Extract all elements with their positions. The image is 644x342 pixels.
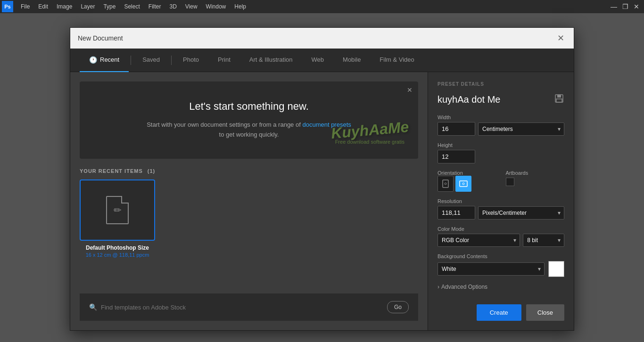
modal-footer: Create Close [438,297,564,321]
menu-edit[interactable]: Edit [34,1,52,12]
tab-saved[interactable]: Saved [133,49,169,72]
portrait-button[interactable] [438,176,454,192]
chevron-right-icon: › [438,284,439,290]
advanced-options[interactable]: › Advanced Options [438,284,564,290]
menu-select[interactable]: Select [120,1,143,12]
tab-film-video[interactable]: Film & Video [370,49,423,72]
artboards-label: Artboards [506,170,565,176]
save-icon [554,93,564,104]
welcome-area: ✕ Let's start something new. Start with … [80,81,418,159]
menu-bar: Ps File Edit Image Layer Type Select Fil… [0,0,644,13]
width-unit-dropdown-wrap: Centimeters Pixels Inches Millimeters Po… [478,122,564,136]
svg-rect-2 [556,99,562,102]
menu-help[interactable]: Help [231,1,250,12]
preset-section-label: PRESET DETAILS [438,81,564,87]
recent-item-name: Default Photoshop Size [80,244,155,251]
window-controls: — ❐ ✕ [610,3,640,10]
menu-3d[interactable]: 3D [165,1,180,12]
bg-contents-row: White Black Background Color Transparent… [438,261,564,277]
menu-type[interactable]: Type [99,1,119,12]
bg-contents-dropdown[interactable]: White Black Background Color Transparent… [438,262,545,276]
height-field: Height [438,142,564,163]
tab-recent[interactable]: 🕐 Recent [80,49,129,72]
svg-rect-3 [443,180,448,187]
menu-filter[interactable]: Filter [145,1,165,12]
search-input[interactable] [101,304,381,311]
bit-depth-dropdown[interactable]: 8 bit 16 bit 32 bit [523,234,564,247]
resolution-unit-dropdown[interactable]: Pixels/Centimeter Pixels/Inch [478,206,564,220]
recent-header: YOUR RECENT ITEMS (1) [80,168,418,174]
orientation-artboards-row: Orientation [438,170,564,192]
right-panel: PRESET DETAILS kuyhAa dot Me Width [428,72,574,330]
go-button[interactable]: Go [387,301,409,313]
pencil-icon: ✏ [114,204,122,216]
recent-item-info: 16 x 12 cm @ 118,11 ppcm [80,252,155,258]
minimize-button[interactable]: — [610,3,618,10]
preset-name: kuyhAa dot Me [438,94,500,105]
bg-contents-field: Background Contents White Black Backgrou… [438,253,564,277]
preset-title-row: kuyhAa dot Me [438,93,564,106]
menu-image[interactable]: Image [53,1,76,12]
color-mode-row: RGB Color Bitmap Grayscale CMYK Color La… [438,234,564,247]
bg-color-swatch[interactable] [548,261,564,277]
modal-body: ✕ Let's start something new. Start with … [70,72,574,330]
bg-contents-label: Background Contents [438,253,564,259]
color-mode-dropdown-wrap: RGB Color Bitmap Grayscale CMYK Color La… [438,234,520,247]
artboards-section: Artboards [506,170,565,186]
modal-close-button[interactable]: ✕ [555,33,566,44]
create-button[interactable]: Create [477,304,521,321]
resolution-input-row: Pixels/Centimeter Pixels/Inch [438,206,564,220]
search-icon: 🔍 [89,303,97,311]
bg-contents-dropdown-wrap: White Black Background Color Transparent… [438,262,545,276]
search-input-wrap: 🔍 [89,303,381,311]
tab-mobile[interactable]: Mobile [333,49,370,72]
svg-rect-5 [460,181,467,187]
close-button[interactable]: Close [526,304,564,321]
width-input[interactable] [438,122,475,136]
color-mode-label: Color Mode [438,226,564,232]
landscape-icon [459,180,468,187]
menu-layer[interactable]: Layer [77,1,99,12]
document-presets-link[interactable]: document presets [302,121,351,128]
file-icon: ✏ [106,196,129,224]
advanced-options-label: Advanced Options [441,284,487,290]
menu-window[interactable]: Window [202,1,230,12]
bit-depth-dropdown-wrap: 8 bit 16 bit 32 bit [523,234,564,247]
orientation-section: Orientation [438,170,496,192]
tab-photo[interactable]: Photo [173,49,208,72]
modal-header: New Document ✕ [70,28,574,49]
menu-file[interactable]: File [17,1,33,12]
width-unit-dropdown[interactable]: Centimeters Pixels Inches Millimeters Po… [478,122,564,136]
height-input-row [438,150,564,163]
resolution-input[interactable] [438,206,475,220]
tab-separator-1 [131,56,131,65]
artboards-checkbox[interactable] [506,178,514,186]
height-input[interactable] [438,150,475,163]
height-label: Height [438,142,564,148]
landscape-button[interactable] [455,176,471,192]
app-logo: Ps [2,1,13,12]
modal-title: New Document [78,34,123,42]
maximize-button[interactable]: ❐ [621,3,629,10]
welcome-close-button[interactable]: ✕ [407,86,413,94]
color-mode-dropdown[interactable]: RGB Color Bitmap Grayscale CMYK Color La… [438,234,520,247]
resolution-field: Resolution Pixels/Centimeter Pixels/Inch [438,198,564,220]
save-preset-button[interactable] [554,93,564,106]
width-field: Width Centimeters Pixels Inches Millimet… [438,114,564,136]
recent-item-thumbnail: ✏ [80,179,155,241]
menu-view[interactable]: View [182,1,201,12]
close-window-button[interactable]: ✕ [633,3,640,10]
width-label: Width [438,114,564,120]
tab-separator-2 [171,56,172,65]
resolution-label: Resolution [438,198,564,204]
left-panel: ✕ Let's start something new. Start with … [70,72,428,330]
tabs-bar: 🕐 Recent Saved Photo Print Art & Illustr… [70,49,574,72]
workspace: New Document ✕ 🕐 Recent Saved Photo Prin… [0,13,644,342]
svg-point-6 [462,183,464,185]
tab-art-illustration[interactable]: Art & Illustration [240,49,302,72]
resolution-unit-dropdown-wrap: Pixels/Centimeter Pixels/Inch [478,206,564,220]
orientation-buttons [438,176,496,192]
tab-web[interactable]: Web [302,49,334,72]
tab-print[interactable]: Print [208,49,240,72]
recent-item[interactable]: ✏ Default Photoshop Size 16 x 12 cm @ 11… [80,179,155,258]
